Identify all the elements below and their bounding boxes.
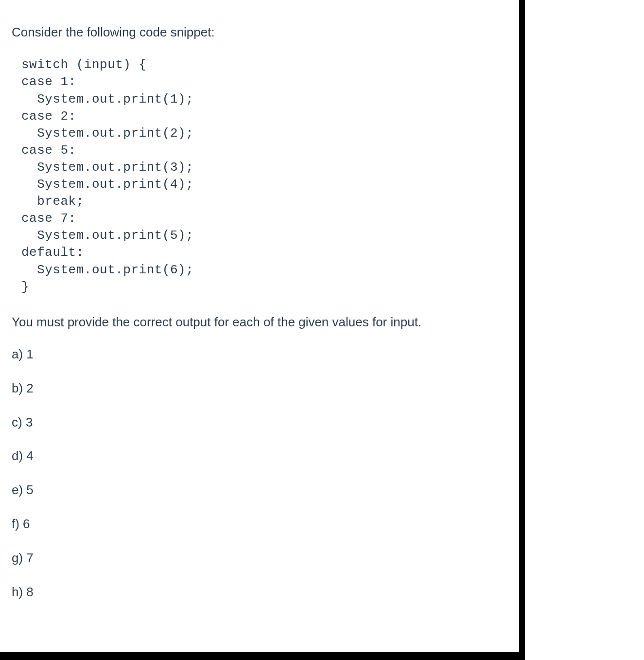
instruction-text: You must provide the correct output for … (12, 313, 509, 331)
option-h: h) 8 (12, 584, 509, 601)
intro-text: Consider the following code snippet: (12, 23, 509, 41)
option-e: e) 5 (12, 482, 509, 499)
option-g: g) 7 (12, 550, 509, 567)
option-d: d) 4 (12, 448, 509, 464)
bottom-border-decoration (0, 652, 521, 660)
code-snippet: switch (input) { case 1: System.out.prin… (21, 56, 509, 295)
option-c: c) 3 (12, 414, 509, 431)
option-b: b) 2 (12, 380, 509, 397)
right-border-decoration (519, 0, 525, 660)
option-f: f) 6 (12, 516, 509, 533)
option-a: a) 1 (12, 346, 509, 363)
question-content: Consider the following code snippet: swi… (0, 0, 521, 612)
